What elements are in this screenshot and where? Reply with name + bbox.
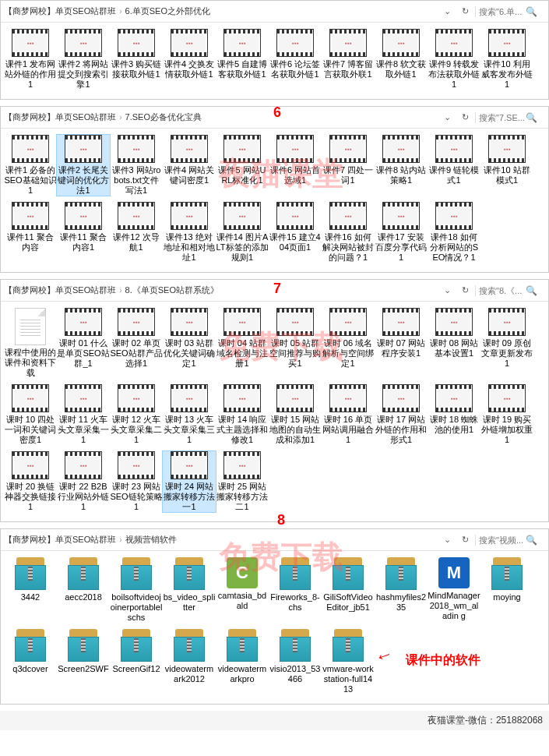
file-item[interactable]: ●●●课时 07 网站程序安装1 <box>375 308 428 378</box>
breadcrumb-segment[interactable]: 【商梦网校】单页SEO站群班 <box>4 284 116 296</box>
file-item[interactable]: ●●●课时 23 网站SEO链轮策略1 <box>110 451 163 512</box>
file-item[interactable]: ●●●课时 13 火车头文章采集三1 <box>163 384 216 445</box>
file-item[interactable]: ●●●课件5 自建博客获取外链1 <box>216 29 269 90</box>
file-item[interactable]: ●●●课时 14 响应式主题选择和修改1 <box>216 384 269 445</box>
search-icon[interactable]: 🔍 <box>526 112 537 123</box>
file-item[interactable]: ●●●课件9 链轮模式1 <box>428 135 480 196</box>
file-item[interactable]: ●●●课件11 聚合内容 <box>4 202 57 263</box>
breadcrumb-segment[interactable]: 【商梦网校】单页SEO站群班 <box>4 111 116 123</box>
refresh-icon[interactable]: ↻ <box>456 6 475 16</box>
breadcrumb-segment[interactable]: 【商梦网校】单页SEO站群班 <box>4 5 116 17</box>
archive-icon <box>121 629 152 662</box>
file-item[interactable]: ScreenGif12 <box>110 629 163 694</box>
file-item[interactable]: vmware-workstation-full1413 <box>322 629 375 694</box>
search-input[interactable] <box>479 535 526 545</box>
chevron-down-icon[interactable]: ⌄ <box>439 112 456 122</box>
file-item[interactable]: ●●●课时 19 购买外链增加权重1 <box>480 384 533 445</box>
file-item[interactable]: q3dcover <box>4 629 57 694</box>
file-item[interactable]: ●●●课时 01 什么是单页SEO站群_1 <box>57 308 110 378</box>
file-item[interactable]: Fireworks_8-chs <box>269 557 322 623</box>
file-item[interactable]: ●●●课件7 博客留言获取外联1 <box>322 29 375 90</box>
search-icon[interactable]: 🔍 <box>526 535 537 546</box>
refresh-icon[interactable]: ↻ <box>456 285 475 295</box>
file-item[interactable]: ●●●课件9 转载发布法获取外链1 <box>428 29 480 90</box>
file-item[interactable]: ●●●课时 05 站群空间推荐与购买1 <box>269 308 322 378</box>
file-item[interactable]: ●●●课件11 聚合内容1 <box>57 202 110 263</box>
file-item[interactable]: hashmyfiles235 <box>375 557 428 623</box>
search-input[interactable] <box>479 7 526 16</box>
file-item[interactable]: ●●●课时 12 火车头文章采集二1 <box>110 384 163 445</box>
file-item[interactable]: aecc2018 <box>57 557 110 623</box>
breadcrumb-segment[interactable]: 【商梦网校】单页SEO站群班 <box>4 534 116 546</box>
file-item[interactable]: 3442 <box>4 557 57 623</box>
file-item[interactable]: ●●●课时 02 单页SEO站群产品选择1 <box>110 308 163 378</box>
file-item[interactable]: ●●●课件3 网站robots.txt文件写法1 <box>110 135 163 196</box>
file-item[interactable]: ●●●课时 25 网站搬家转移方法二1 <box>216 451 269 512</box>
file-item[interactable]: ●●●课件2 将网站提交到搜索引擎1 <box>57 29 110 90</box>
file-item[interactable]: ●●●课时 06 域名解析与空间绑定1 <box>322 308 375 378</box>
file-item[interactable]: ●●●课件3 购买链接获取外链1 <box>110 29 163 90</box>
file-item[interactable]: ●●●课时 22 B2B行业网站外链1 <box>57 451 110 512</box>
breadcrumb-path[interactable]: 【商梦网校】单页SEO站群班›8.《单页SEO站群系统》 <box>4 284 439 296</box>
chevron-down-icon[interactable]: ⌄ <box>439 285 456 295</box>
breadcrumb-segment[interactable]: 8.《单页SEO站群系统》 <box>125 284 219 296</box>
search-icon[interactable]: 🔍 <box>526 6 537 17</box>
file-item[interactable]: Screen2SWF <box>57 629 110 694</box>
breadcrumb-segment[interactable]: 7.SEO必备优化宝典 <box>125 111 202 123</box>
file-item[interactable]: MMindManager2018_wm_aladin g <box>428 557 480 623</box>
search-icon[interactable]: 🔍 <box>526 285 537 296</box>
file-item[interactable]: boilsoftvideojoinerportablelschs <box>110 557 163 623</box>
file-item[interactable]: ●●●课时 04 站群域名检测与注册1 <box>216 308 269 378</box>
file-item[interactable]: ●●●课件4 网站关键词密度1 <box>163 135 216 196</box>
file-item[interactable]: ●●●课件4 交换友情获取外链1 <box>163 29 216 90</box>
refresh-icon[interactable]: ↻ <box>456 112 475 122</box>
file-item[interactable]: ●●●课件8 软文获取外链1 <box>375 29 428 90</box>
file-item[interactable]: ●●●课件13 绝对地址和相对地址1 <box>163 202 216 263</box>
file-item[interactable]: ●●●课时 11 火车头文章采集一1 <box>57 384 110 445</box>
file-item[interactable]: ●●●课时 17 网站外链的作用和形式1 <box>375 384 428 445</box>
file-item[interactable]: ●●●课件12 次导航1 <box>110 202 163 263</box>
breadcrumb-path[interactable]: 【商梦网校】单页SEO站群班›6.单页SEO之外部优化 <box>4 5 439 17</box>
file-item[interactable]: visio2013_53466 <box>269 629 322 694</box>
file-item[interactable]: ●●●课时 20 换链神器交换链接 1 <box>4 451 57 512</box>
file-item[interactable]: ●●●课件8 站内站策略1 <box>375 135 428 196</box>
refresh-icon[interactable]: ↻ <box>456 535 475 545</box>
breadcrumb-segment[interactable]: 视频营销软件 <box>125 534 177 546</box>
file-item[interactable]: ●●●课时 09 原创文章更新发布1 <box>480 308 533 378</box>
file-item[interactable]: GiliSoftVideoEditor_jb51 <box>322 557 375 623</box>
breadcrumb-path[interactable]: 【商梦网校】单页SEO站群班›7.SEO必备优化宝典 <box>4 111 439 123</box>
file-item[interactable]: ●●●课时 24 网站搬家转移方法一1 <box>163 451 216 512</box>
file-item[interactable]: bs_video_splitter <box>163 557 216 623</box>
file-item[interactable]: ●●●课件15 建立404页面1 <box>269 202 322 263</box>
file-item[interactable]: ●●●课件7 四处一词1 <box>322 135 375 196</box>
file-item[interactable]: ●●●课件1 必备的SEO基础知识1 <box>4 135 57 196</box>
file-item[interactable]: ●●●课件16 如何解决网站被封的问题？1 <box>322 202 375 263</box>
file-item[interactable]: ●●●课件10 利用威客发布外链1 <box>480 29 533 90</box>
breadcrumb-path[interactable]: 【商梦网校】单页SEO站群班›视频营销软件 <box>4 534 439 546</box>
file-item[interactable]: ●●●课件1 发布网站外链的作用1 <box>4 29 57 90</box>
file-item[interactable]: ●●●课件6 网站首选域1 <box>269 135 322 196</box>
search-input[interactable] <box>479 286 526 295</box>
file-item[interactable]: ●●●课时 10 四处一词和关键词密度1 <box>4 384 57 445</box>
file-item[interactable]: ●●●课件10 站群模式1 <box>480 135 533 196</box>
file-item[interactable]: ●●●课时 08 网站基本设置1 <box>428 308 480 378</box>
file-item[interactable]: ●●●课时 03 站群优化关键词确定1 <box>163 308 216 378</box>
file-item[interactable]: ●●●课时 15 网站地图的自动生成和添加1 <box>269 384 322 445</box>
chevron-down-icon[interactable]: ⌄ <box>439 6 456 16</box>
file-item[interactable]: ●●●课件14 图片ALT标签的添加规则1 <box>216 202 269 263</box>
file-item[interactable]: ●●●课件6 论坛签名获取外链1 <box>269 29 322 90</box>
file-item[interactable]: ●●●课件18 如何分析网站的SEO情况？1 <box>428 202 480 263</box>
file-item[interactable]: ●●●课时 16 单页网站调用融合1 <box>322 384 375 445</box>
file-item[interactable]: 课程中使用的课件和资料下载 <box>4 308 57 378</box>
file-item[interactable]: ●●●课件2 长尾关键词的优化方法1 <box>57 135 110 196</box>
file-item[interactable]: moying <box>480 557 533 623</box>
chevron-down-icon[interactable]: ⌄ <box>439 535 456 545</box>
file-item[interactable]: Ccamtasia_bdald <box>216 557 269 623</box>
file-item[interactable]: ●●●课件5 网站URL标准化1 <box>216 135 269 196</box>
file-item[interactable]: videowatermark2012 <box>163 629 216 694</box>
file-item[interactable]: videowatermarkpro <box>216 629 269 694</box>
breadcrumb-segment[interactable]: 6.单页SEO之外部优化 <box>125 5 210 17</box>
file-item[interactable]: ●●●课件17 安装百度分享代码1 <box>375 202 428 263</box>
file-item[interactable]: ●●●课时 18 蜘蛛池的使用1 <box>428 384 480 445</box>
search-input[interactable] <box>479 113 526 122</box>
